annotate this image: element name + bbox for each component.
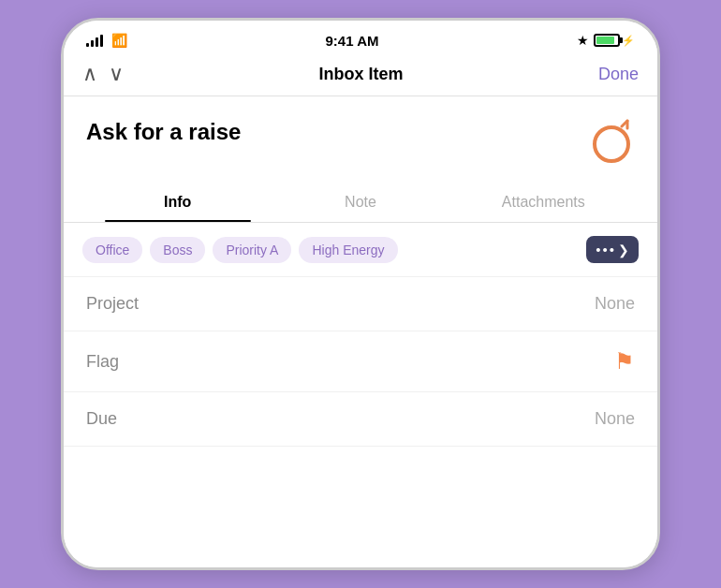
project-label: Project (86, 294, 139, 314)
nav-up-button[interactable]: ∧ (82, 62, 97, 86)
nav-left: ∧ ∨ (82, 62, 124, 86)
phone-frame: 📶 9:41 AM ★ ⚡ ∧ ∨ Inbox Item Done Ask fo… (61, 18, 660, 570)
status-bar: 📶 9:41 AM ★ ⚡ (64, 21, 657, 54)
battery-icon (594, 34, 620, 47)
done-button[interactable]: Done (598, 65, 639, 84)
nav-bar: ∧ ∨ Inbox Item Done (64, 54, 657, 96)
more-dots-icon: ••• (596, 242, 616, 257)
tab-info[interactable]: Info (86, 184, 269, 222)
status-right: ★ ⚡ (577, 33, 635, 48)
task-title: Ask for a raise (86, 119, 588, 145)
flag-row[interactable]: Flag ⚑ (64, 331, 657, 392)
task-circle-icon[interactable] (588, 119, 635, 169)
due-row[interactable]: Due None (64, 392, 657, 447)
nav-title: Inbox Item (124, 65, 598, 84)
flag-label: Flag (86, 352, 119, 372)
tags-row: Office Boss Priority A High Energy ••• ❯ (64, 223, 657, 277)
tab-bar: Info Note Attachments (64, 184, 657, 223)
wifi-icon: 📶 (111, 33, 127, 48)
tag-high-energy[interactable]: High Energy (299, 237, 397, 263)
tab-attachments[interactable]: Attachments (452, 184, 635, 222)
project-value: None (595, 294, 635, 314)
due-label: Due (86, 409, 117, 429)
status-time: 9:41 AM (326, 33, 379, 49)
tag-boss[interactable]: Boss (150, 237, 205, 263)
signal-bars-icon (86, 34, 103, 47)
tag-office[interactable]: Office (82, 237, 142, 263)
nav-down-button[interactable]: ∨ (109, 62, 124, 86)
due-value: None (595, 409, 635, 429)
battery-container: ⚡ (594, 34, 635, 47)
bluetooth-icon: ★ (577, 33, 589, 48)
project-row[interactable]: Project None (64, 277, 657, 331)
flag-icon: ⚑ (614, 348, 635, 375)
content-area: Ask for a raise Info Note Attachments Of… (64, 96, 657, 567)
charging-icon: ⚡ (622, 35, 635, 47)
task-title-area: Ask for a raise (64, 96, 657, 184)
more-tags-button[interactable]: ••• ❯ (586, 236, 639, 263)
status-left: 📶 (86, 33, 127, 48)
more-arrow-icon: ❯ (618, 243, 629, 257)
tag-priority-a[interactable]: Priority A (213, 237, 291, 263)
svg-point-0 (595, 127, 628, 161)
tab-note[interactable]: Note (269, 184, 451, 222)
